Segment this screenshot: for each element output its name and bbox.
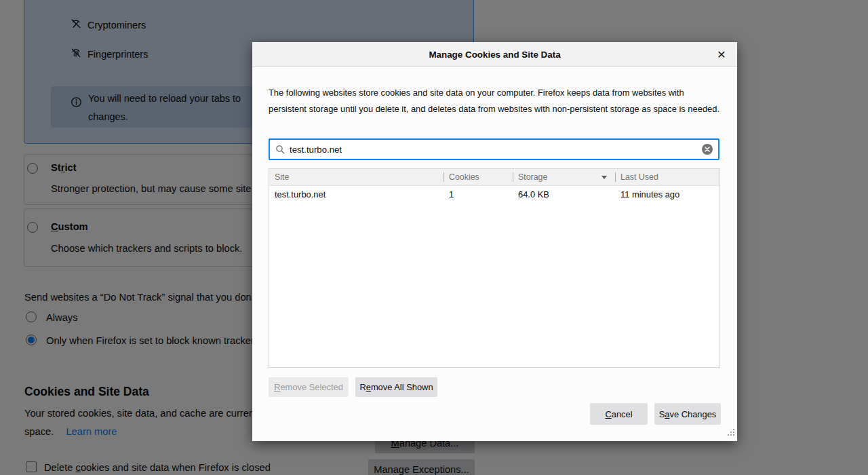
table-header-row: Site Cookies Storage Last Used bbox=[269, 169, 719, 186]
search-input[interactable] bbox=[290, 145, 702, 155]
resize-grip-icon[interactable] bbox=[727, 427, 735, 439]
site-data-table: Site Cookies Storage Last Used test.turb… bbox=[269, 168, 720, 368]
dialog-titlebar: Manage Cookies and Site Data × bbox=[252, 42, 737, 67]
search-box bbox=[269, 138, 719, 160]
close-icon[interactable]: × bbox=[711, 44, 732, 64]
remove-selected-button[interactable]: Remove Selected bbox=[269, 377, 349, 397]
manage-cookies-dialog: Manage Cookies and Site Data × The follo… bbox=[252, 42, 737, 441]
screen: Cryptominers Fingerprinters bbox=[0, 0, 868, 475]
cell-site: test.turbo.net bbox=[269, 186, 443, 203]
sort-descending-icon bbox=[601, 176, 607, 179]
save-changes-button[interactable]: Save Changes bbox=[654, 403, 721, 425]
cell-cookies: 1 bbox=[443, 186, 513, 203]
cell-storage: 64.0 KB bbox=[513, 186, 615, 203]
column-header-storage[interactable]: Storage bbox=[513, 169, 615, 185]
column-header-cookies[interactable]: Cookies bbox=[443, 169, 513, 185]
column-header-site[interactable]: Site bbox=[269, 169, 443, 185]
dialog-description: The following websites store cookies and… bbox=[269, 85, 720, 118]
cancel-button[interactable]: Cancel bbox=[590, 403, 648, 425]
table-row[interactable]: test.turbo.net 1 64.0 KB 11 minutes ago bbox=[269, 186, 719, 203]
column-header-last-used[interactable]: Last Used bbox=[615, 169, 719, 185]
search-icon bbox=[275, 145, 285, 154]
clear-search-icon[interactable] bbox=[702, 144, 713, 155]
dialog-title: Manage Cookies and Site Data bbox=[429, 50, 560, 60]
cell-last-used: 11 minutes ago bbox=[615, 186, 719, 203]
remove-all-shown-button[interactable]: Remove All Shown bbox=[355, 377, 437, 397]
